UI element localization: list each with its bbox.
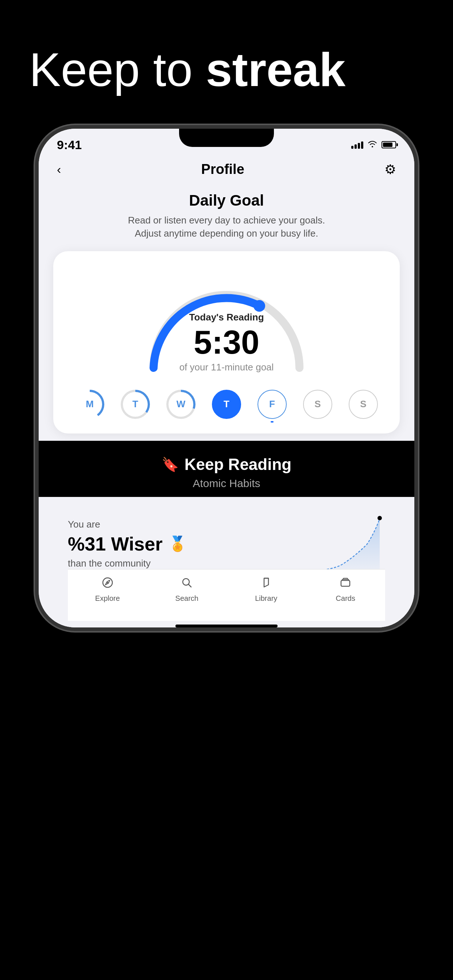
nav-explore[interactable]: Explore bbox=[68, 577, 147, 603]
day-monday: M bbox=[75, 390, 104, 419]
profile-title: Profile bbox=[201, 162, 244, 177]
search-label: Search bbox=[175, 594, 198, 603]
days-row: M T W T F S S bbox=[72, 390, 381, 419]
daily-goal-title: Daily Goal bbox=[57, 192, 396, 209]
settings-icon[interactable]: ⚙ bbox=[384, 162, 396, 177]
cards-label: Cards bbox=[336, 594, 355, 603]
day-sunday: S bbox=[349, 390, 378, 419]
svg-point-2 bbox=[107, 582, 108, 583]
reading-card: Today's Reading 5:30 of your 11-minute g… bbox=[53, 251, 400, 433]
svg-rect-5 bbox=[341, 581, 350, 586]
bookmark-icon: 🔖 bbox=[161, 457, 179, 473]
svg-point-0 bbox=[378, 516, 382, 520]
svg-line-4 bbox=[188, 584, 191, 587]
day-tuesday: T bbox=[121, 390, 150, 419]
day-saturday: S bbox=[303, 390, 332, 419]
stats-chart bbox=[316, 512, 389, 577]
phone-screen: 9:41 bbox=[39, 129, 414, 627]
status-time: 9:41 bbox=[57, 138, 82, 152]
home-indicator bbox=[175, 625, 278, 627]
daily-goal-subtitle: Read or listen every day to achieve your… bbox=[57, 214, 396, 240]
gauge-text: Today's Reading 5:30 of your 11-minute g… bbox=[179, 312, 274, 373]
phone-mockup: 9:41 bbox=[35, 125, 418, 631]
signal-bar-3 bbox=[358, 143, 360, 149]
nav-cards[interactable]: Cards bbox=[306, 577, 386, 603]
gauge-time: 5:30 bbox=[179, 326, 274, 359]
wifi-icon bbox=[368, 140, 377, 150]
back-button[interactable]: ‹ bbox=[57, 162, 61, 177]
hero-line1: Keep to bbox=[29, 43, 206, 96]
day-wednesday: W bbox=[166, 390, 196, 419]
cards-icon bbox=[340, 577, 351, 591]
library-label: Library bbox=[255, 594, 277, 603]
signal-bar-2 bbox=[354, 145, 357, 149]
explore-icon bbox=[102, 577, 113, 591]
keep-reading-book: Atomic Habits bbox=[57, 477, 396, 490]
gauge-sub: of your 11-minute goal bbox=[179, 362, 274, 373]
app-header: ‹ Profile ⚙ bbox=[39, 154, 414, 185]
day-friday[interactable]: F bbox=[257, 390, 287, 419]
status-icons bbox=[351, 140, 396, 150]
notch bbox=[179, 129, 274, 147]
nav-search[interactable]: Search bbox=[147, 577, 227, 603]
signal-bar-4 bbox=[361, 142, 363, 149]
library-icon bbox=[260, 577, 272, 591]
battery-icon bbox=[381, 141, 396, 148]
signal-bars-icon bbox=[351, 141, 363, 149]
daily-goal-section: Daily Goal Read or listen every day to a… bbox=[39, 185, 414, 244]
svg-rect-7 bbox=[343, 578, 348, 579]
keep-reading-row: 🔖 Keep Reading bbox=[57, 455, 396, 474]
stats-percent: %31 Wiser bbox=[68, 533, 163, 555]
keep-reading-title[interactable]: Keep Reading bbox=[185, 455, 292, 474]
hero-title: Keep to streak bbox=[0, 0, 453, 118]
hero-line2: streak bbox=[206, 43, 345, 96]
day-thursday: T bbox=[212, 390, 241, 419]
keep-reading-section: 🔖 Keep Reading Atomic Habits bbox=[39, 441, 414, 497]
explore-label: Explore bbox=[95, 594, 120, 603]
nav-library[interactable]: Library bbox=[226, 577, 306, 603]
battery-fill bbox=[383, 143, 392, 147]
stats-card: You are %31 Wiser 🏅 than the community bbox=[53, 504, 400, 627]
award-icon: 🏅 bbox=[169, 535, 187, 552]
gauge-dot bbox=[254, 300, 265, 312]
gauge-container: Today's Reading 5:30 of your 11-minute g… bbox=[72, 269, 381, 379]
signal-bar-1 bbox=[351, 146, 353, 149]
search-icon bbox=[181, 577, 193, 591]
gauge-label: Today's Reading bbox=[179, 312, 274, 323]
bottom-nav: Explore Search bbox=[68, 569, 385, 621]
